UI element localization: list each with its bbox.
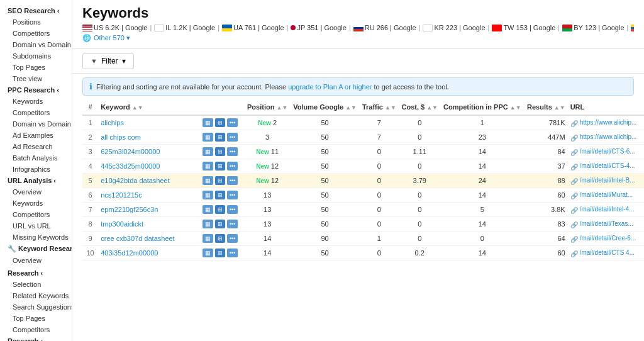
url-link[interactable]: https://www.alichip... xyxy=(580,119,637,126)
keyword-link[interactable]: 625m3i024m00000 xyxy=(101,148,160,155)
flag-jp[interactable]: JP 351 | Google xyxy=(291,24,347,31)
table-button[interactable]: ⊞ xyxy=(215,220,225,228)
url-link[interactable]: /mail/detail/Texas... xyxy=(580,220,633,227)
table-button[interactable]: ⊞ xyxy=(215,147,225,156)
sidebar-item-domain-vs-domain-1[interactable]: Domain vs Domain xyxy=(0,39,72,50)
more-button[interactable]: ••• xyxy=(227,220,238,228)
sidebar-item-missing-keywords[interactable]: Missing Keywords xyxy=(0,232,72,243)
keyword-link[interactable]: cree cxb307d datasheet xyxy=(101,235,174,242)
table-button[interactable]: ⊞ xyxy=(215,176,225,185)
flag-by[interactable]: BY 123 | Google xyxy=(562,24,624,31)
col-header-keyword[interactable]: Keyword ▲▼ xyxy=(98,99,200,115)
sidebar-item-url-vs-url[interactable]: URL vs URL xyxy=(0,220,72,232)
col-header-traffic[interactable]: Traffic ▲▼ xyxy=(360,99,399,115)
keyword-link[interactable]: epm2210gf256c3n xyxy=(101,206,158,213)
table-button[interactable]: ⊞ xyxy=(215,133,225,142)
sidebar-item-top-pages-2[interactable]: Top Pages xyxy=(0,313,72,324)
url-link[interactable]: /mail/detail/Intel-4... xyxy=(580,206,635,213)
flag-il[interactable]: IL 1.2K | Google xyxy=(154,24,215,31)
flag-tw[interactable]: TW 153 | Google xyxy=(492,24,555,31)
flag-ru[interactable]: RU 266 | Google xyxy=(353,24,416,31)
col-header-position[interactable]: Position ▲▼ xyxy=(245,99,291,115)
chart-button[interactable]: ▦ xyxy=(203,133,213,142)
keyword-link[interactable]: ncs1201215c xyxy=(101,191,142,199)
other-label[interactable]: Other 570 ▾ xyxy=(94,34,130,42)
filter-button[interactable]: ▼ Filter ▾ xyxy=(82,53,134,69)
flag-us[interactable]: US 6.2K | Google xyxy=(82,24,147,31)
sidebar-item-infographics[interactable]: Infographics xyxy=(0,164,72,175)
table-button[interactable]: ⊞ xyxy=(215,234,225,243)
sidebar-item-top-pages-1[interactable]: Top Pages xyxy=(0,62,72,73)
more-button[interactable]: ••• xyxy=(227,249,238,257)
more-button[interactable]: ••• xyxy=(227,162,238,170)
upgrade-link[interactable]: upgrade to Plan A or higher xyxy=(288,83,372,91)
keyword-link[interactable]: 403i35d12m00000 xyxy=(101,249,158,257)
sidebar-item-keyword-selection[interactable]: Selection xyxy=(0,279,72,290)
sidebar-item-search-suggestions[interactable]: Search Suggestions xyxy=(0,301,72,313)
sidebar-item-competitors-4[interactable]: Competitors xyxy=(0,324,72,335)
sidebar-item-batch-analysis[interactable]: Batch Analysis xyxy=(0,152,72,164)
more-button[interactable]: ••• xyxy=(227,191,238,199)
more-button[interactable]: ••• xyxy=(227,176,238,185)
sidebar-item-overview-1[interactable]: Overview xyxy=(0,186,72,198)
url-link[interactable]: /mail/detail/CTS-6... xyxy=(580,148,635,155)
url-link[interactable]: /mail/detail/Cree-6... xyxy=(580,235,636,242)
sidebar-item-ad-research-1[interactable]: Ad Research xyxy=(0,141,72,152)
flag-ua[interactable]: UA 761 | Google xyxy=(222,24,284,31)
sidebar-item-ppc-research-1[interactable]: PPC Research ‹ xyxy=(0,84,72,96)
chart-button[interactable]: ▦ xyxy=(203,147,213,156)
chart-button[interactable]: ▦ xyxy=(203,249,213,257)
sidebar-item-overview-2[interactable]: Overview xyxy=(0,255,72,266)
chart-button[interactable]: ▦ xyxy=(203,191,213,199)
flag-kr[interactable]: KR 223 | Google xyxy=(423,24,485,31)
sidebar-item-subdomains[interactable]: Subdomains xyxy=(0,50,72,62)
sidebar-item-seo-research-2[interactable]: Research ‹ xyxy=(0,267,72,279)
col-header-cost[interactable]: Cost, $ ▲▼ xyxy=(399,99,440,115)
more-button[interactable]: ••• xyxy=(227,234,238,243)
chart-button[interactable]: ▦ xyxy=(203,176,213,185)
sidebar-item-tree-view[interactable]: Tree view xyxy=(0,73,72,84)
sidebar-item-seo-research[interactable]: SEO Research ‹ xyxy=(0,5,72,16)
sidebar-item-competitors-1[interactable]: Competitors xyxy=(0,28,72,39)
table-button[interactable]: ⊞ xyxy=(215,118,225,127)
more-button[interactable]: ••• xyxy=(227,118,238,127)
table-button[interactable]: ⊞ xyxy=(215,162,225,170)
chart-button[interactable]: ▦ xyxy=(203,118,213,127)
col-header-competition[interactable]: Competition in PPC ▲▼ xyxy=(440,99,524,115)
sidebar-item-related-keywords[interactable]: Related Keywords xyxy=(0,290,72,301)
col-header-results[interactable]: Results ▲▼ xyxy=(524,99,567,115)
sidebar-item-ad-examples-1[interactable]: Ad Examples xyxy=(0,130,72,141)
more-button[interactable]: ••• xyxy=(227,133,238,142)
keyword-link[interactable]: all chips com xyxy=(101,133,141,141)
table-button[interactable]: ⊞ xyxy=(215,191,225,199)
sidebar-item-domain-vs-domain-2[interactable]: Domain vs Domain xyxy=(0,118,72,130)
sidebar-item-keywords-2[interactable]: Keywords xyxy=(0,198,72,209)
sidebar-item-competitors-2[interactable]: Competitors xyxy=(0,107,72,118)
url-link[interactable]: /mail/detail/Murat... xyxy=(580,191,633,198)
keyword-link[interactable]: 445c33d25m00000 xyxy=(101,162,160,170)
sidebar-item-keyword-research[interactable]: 🔧 Keyword Research ‹ xyxy=(0,243,72,255)
chart-button[interactable]: ▦ xyxy=(203,220,213,228)
more-button[interactable]: ••• xyxy=(227,205,238,214)
url-link[interactable]: /mail/detail/Intel-B... xyxy=(580,177,635,184)
table-button[interactable]: ⊞ xyxy=(215,249,225,257)
chart-button[interactable]: ▦ xyxy=(203,234,213,243)
col-header-num[interactable]: # xyxy=(82,99,98,115)
sidebar-item-url-analysis[interactable]: URL Analysis ‹ xyxy=(0,175,72,186)
keyword-link[interactable]: alichips xyxy=(101,119,124,126)
sidebar-item-positions[interactable]: Positions xyxy=(0,16,72,28)
url-link[interactable]: https://www.alichip... xyxy=(580,133,637,140)
url-link[interactable]: /mail/detail/CTS 4... xyxy=(580,249,635,256)
table-button[interactable]: ⊞ xyxy=(215,205,225,214)
sidebar-item-keywords-1[interactable]: Keywords xyxy=(0,96,72,107)
keyword-link[interactable]: tmp300aidickt xyxy=(101,220,143,228)
more-button[interactable]: ••• xyxy=(227,147,238,156)
url-link[interactable]: /mail/detail/CTS-4... xyxy=(580,162,635,169)
sidebar-item-competitors-3[interactable]: Competitors xyxy=(0,209,72,220)
chart-button[interactable]: ▦ xyxy=(203,205,213,214)
flag-ec[interactable]: EC 66 | Google xyxy=(631,24,634,31)
chart-button[interactable]: ▦ xyxy=(203,162,213,170)
keyword-link[interactable]: e10g42btda datasheet xyxy=(101,177,170,184)
col-header-volume[interactable]: Volume Google ▲▼ xyxy=(291,99,360,115)
sidebar-item-ppc-research-2[interactable]: Research ‹ xyxy=(0,335,72,341)
